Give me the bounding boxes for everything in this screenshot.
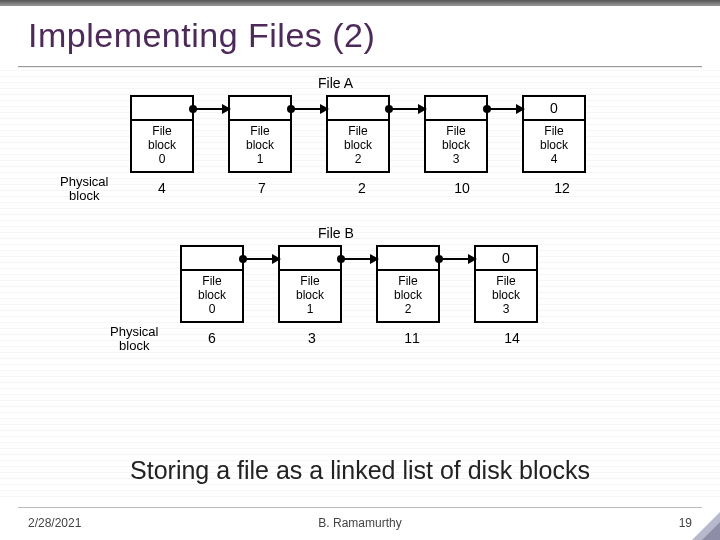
block-body: File block 2 [378, 271, 438, 321]
phys-num: 11 [380, 330, 444, 346]
file-b-row: File block 0 File block 1 File block 2 0… [180, 245, 538, 323]
ptr-cell: 0 [476, 247, 536, 271]
arrow-icon [487, 108, 523, 110]
block-body: File block 1 [280, 271, 340, 321]
arrow-icon [439, 258, 475, 260]
file-a-physical-row: 4 7 2 10 12 [130, 180, 594, 196]
file-b-block-1: File block 1 [278, 245, 342, 323]
title-rule [18, 66, 702, 68]
block-body: File block 3 [426, 121, 486, 171]
phys-num: 6 [180, 330, 244, 346]
block-body: File block 1 [230, 121, 290, 171]
ptr-cell [378, 247, 438, 271]
file-b-physical-row: 6 3 11 14 [180, 330, 544, 346]
file-b-block-3: 0 File block 3 [474, 245, 538, 323]
file-b-block-2: File block 2 [376, 245, 440, 323]
phys-num: 2 [330, 180, 394, 196]
footer-author: B. Ramamurthy [28, 516, 692, 530]
physical-block-label-b: Physical block [110, 325, 158, 354]
ptr-cell [230, 97, 290, 121]
file-a-block-0: File block 0 [130, 95, 194, 173]
block-body: File block 0 [182, 271, 242, 321]
arrow-icon [243, 258, 279, 260]
ptr-cell [280, 247, 340, 271]
ptr-cell: 0 [524, 97, 584, 121]
arrow-icon [341, 258, 377, 260]
slide-title: Implementing Files (2) [28, 16, 375, 55]
ptr-cell [132, 97, 192, 121]
phys-num: 3 [280, 330, 344, 346]
phys-num: 10 [430, 180, 494, 196]
block-body: File block 0 [132, 121, 192, 171]
phys-num: 12 [530, 180, 594, 196]
block-body: File block 3 [476, 271, 536, 321]
file-b-block-0: File block 0 [180, 245, 244, 323]
footer: 2/28/2021 B. Ramamurthy 19 [28, 516, 692, 530]
physical-block-label-a: Physical block [60, 175, 108, 204]
file-a-block-1: File block 1 [228, 95, 292, 173]
file-a-block-2: File block 2 [326, 95, 390, 173]
file-a-block-4: 0 File block 4 [522, 95, 586, 173]
block-body: File block 4 [524, 121, 584, 171]
arrow-icon [291, 108, 327, 110]
ptr-cell [182, 247, 242, 271]
phys-num: 4 [130, 180, 194, 196]
arrow-icon [389, 108, 425, 110]
file-a-block-3: File block 3 [424, 95, 488, 173]
footer-rule [18, 507, 702, 508]
ptr-cell [328, 97, 388, 121]
phys-num: 14 [480, 330, 544, 346]
file-b-label: File B [318, 225, 354, 241]
slide-caption: Storing a file as a linked list of disk … [0, 456, 720, 485]
block-body: File block 2 [328, 121, 388, 171]
page-curl-icon [692, 512, 720, 540]
ptr-cell [426, 97, 486, 121]
file-a-label: File A [318, 75, 353, 91]
linked-list-diagram: File A File block 0 File block 1 File bl… [60, 75, 620, 445]
top-bar [0, 0, 720, 6]
file-a-row: File block 0 File block 1 File block 2 F… [130, 95, 586, 173]
arrow-icon [193, 108, 229, 110]
phys-num: 7 [230, 180, 294, 196]
